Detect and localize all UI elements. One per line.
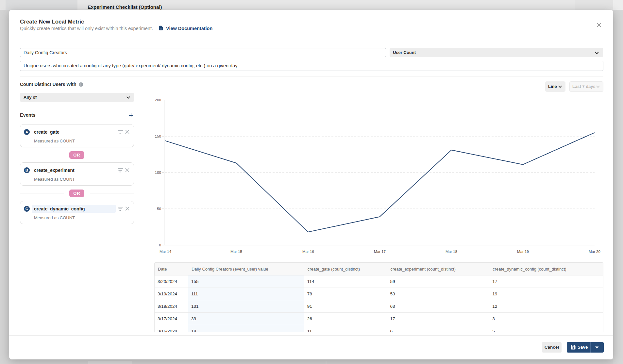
svg-text:150: 150: [155, 134, 161, 138]
svg-text:Mar 16: Mar 16: [302, 250, 314, 254]
svg-text:Mar 14: Mar 14: [160, 250, 171, 254]
svg-text:Mar 20: Mar 20: [589, 250, 600, 254]
svg-text:50: 50: [157, 207, 161, 211]
svg-text:Mar 15: Mar 15: [230, 250, 242, 254]
svg-text:100: 100: [155, 171, 161, 174]
svg-text:Mar 18: Mar 18: [446, 250, 457, 254]
svg-text:200: 200: [155, 98, 161, 102]
svg-text:Mar 17: Mar 17: [374, 250, 386, 254]
svg-text:0: 0: [159, 243, 161, 247]
svg-text:Mar 19: Mar 19: [517, 250, 529, 254]
